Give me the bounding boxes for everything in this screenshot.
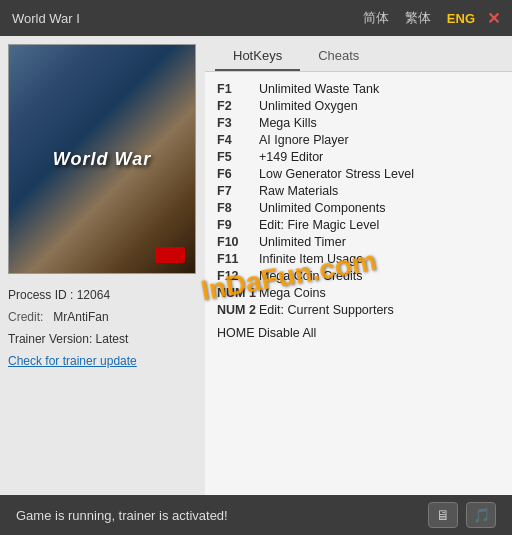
hotkey-desc: Low Generator Stress Level — [259, 167, 414, 181]
hotkey-key: F11 — [217, 252, 259, 266]
music-icon[interactable]: 🎵 — [466, 502, 496, 528]
right-panel: HotKeys Cheats F1Unlimited Waste TankF2U… — [205, 36, 512, 495]
hotkey-row: F9Edit: Fire Magic Level — [217, 216, 500, 233]
language-selector: 简体 繁体 ENG ✕ — [359, 7, 500, 29]
hotkey-desc: Raw Materials — [259, 184, 338, 198]
update-link[interactable]: Check for trainer update — [8, 354, 137, 368]
hotkey-desc: Mega Kills — [259, 116, 317, 130]
status-bar: Game is running, trainer is activated! 🖥… — [0, 495, 512, 535]
hotkey-desc: Mega Coins — [259, 286, 326, 300]
hotkey-desc: Mega Coin Credits — [259, 269, 363, 283]
hotkey-row: F6Low Generator Stress Level — [217, 165, 500, 182]
hotkey-key: F4 — [217, 133, 259, 147]
hotkey-desc: +149 Editor — [259, 150, 323, 164]
hotkey-desc: Unlimited Waste Tank — [259, 82, 379, 96]
hotkey-desc: Infinite Item Usage — [259, 252, 363, 266]
lang-simplified[interactable]: 简体 — [359, 7, 393, 29]
home-action[interactable]: HOME Disable All — [217, 326, 500, 340]
hotkey-row: F11Infinite Item Usage — [217, 250, 500, 267]
game-cover-image: World War — [8, 44, 196, 274]
hotkey-desc: AI Ignore Player — [259, 133, 349, 147]
hotkey-desc: Unlimited Timer — [259, 235, 346, 249]
hotkey-row: F1Unlimited Waste Tank — [217, 80, 500, 97]
hotkey-key: F12 — [217, 269, 259, 283]
credit-row: Credit: MrAntiFan — [8, 310, 197, 324]
hotkey-row: NUM 2Edit: Current Supporters — [217, 301, 500, 318]
hotkey-row: F7Raw Materials — [217, 182, 500, 199]
tab-bar: HotKeys Cheats — [205, 36, 512, 72]
hotkey-row: NUM 1Mega Coins — [217, 284, 500, 301]
lang-english[interactable]: ENG — [443, 9, 479, 28]
hotkey-row: F2Unlimited Oxygen — [217, 97, 500, 114]
game-cover-title: World War — [53, 149, 151, 170]
update-link-row[interactable]: Check for trainer update — [8, 354, 197, 368]
monitor-icon[interactable]: 🖥 — [428, 502, 458, 528]
title-bar: World War I 简体 繁体 ENG ✕ — [0, 0, 512, 36]
hotkey-row: F12Mega Coin Credits — [217, 267, 500, 284]
hotkey-row: F5+149 Editor — [217, 148, 500, 165]
status-message: Game is running, trainer is activated! — [16, 508, 228, 523]
trainer-version-row: Trainer Version: Latest — [8, 332, 197, 346]
hotkey-key: F2 — [217, 99, 259, 113]
hotkey-row: F4AI Ignore Player — [217, 131, 500, 148]
trainer-version-label: Trainer Version: Latest — [8, 332, 128, 346]
tab-hotkeys[interactable]: HotKeys — [215, 42, 300, 71]
hotkey-key: NUM 1 — [217, 286, 259, 300]
hotkey-key: F5 — [217, 150, 259, 164]
left-panel: World War Process ID : 12064 Credit: MrA… — [0, 36, 205, 495]
hotkey-key: F9 — [217, 218, 259, 232]
hotkey-row: F3Mega Kills — [217, 114, 500, 131]
status-icons: 🖥 🎵 — [428, 502, 496, 528]
credit-value: MrAntiFan — [53, 310, 108, 324]
hotkey-row: F10Unlimited Timer — [217, 233, 500, 250]
hotkey-desc: Edit: Current Supporters — [259, 303, 394, 317]
hotkey-key: F8 — [217, 201, 259, 215]
process-id-label: Process ID : 12064 — [8, 288, 110, 302]
hotkeys-list: F1Unlimited Waste TankF2Unlimited Oxygen… — [205, 72, 512, 495]
hotkey-desc: Unlimited Oxygen — [259, 99, 358, 113]
hotkey-key: F7 — [217, 184, 259, 198]
tab-cheats[interactable]: Cheats — [300, 42, 377, 71]
hotkey-desc: Edit: Fire Magic Level — [259, 218, 379, 232]
hotkey-desc: Unlimited Components — [259, 201, 385, 215]
credit-label: Credit: — [8, 310, 43, 324]
lang-traditional[interactable]: 繁体 — [401, 7, 435, 29]
hotkey-row: F8Unlimited Components — [217, 199, 500, 216]
trainer-info: Process ID : 12064 Credit: MrAntiFan Tra… — [8, 284, 197, 372]
app-title: World War I — [12, 11, 80, 26]
hotkey-key: NUM 2 — [217, 303, 259, 317]
hotkey-key: F10 — [217, 235, 259, 249]
main-content: World War Process ID : 12064 Credit: MrA… — [0, 36, 512, 495]
process-id-row: Process ID : 12064 — [8, 288, 197, 302]
hotkey-key: F6 — [217, 167, 259, 181]
hotkey-key: F3 — [217, 116, 259, 130]
hotkey-key: F1 — [217, 82, 259, 96]
close-button[interactable]: ✕ — [487, 9, 500, 28]
